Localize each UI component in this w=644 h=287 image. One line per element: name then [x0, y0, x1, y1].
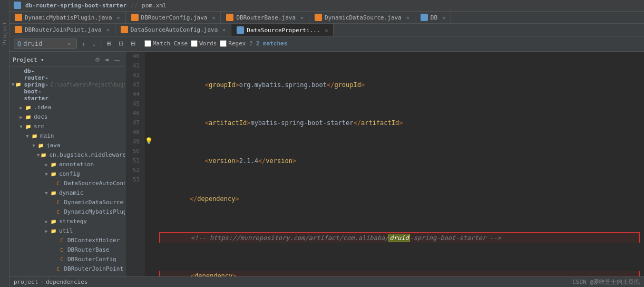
tab-DBRouterJoinPoint[interactable]: DBRouterJoinPoint.java ✕ [9, 24, 115, 36]
filter2-button[interactable]: ⊡ [116, 39, 125, 48]
tab-label: DataSourceAutoConfig.java [131, 26, 218, 33]
tree-item-DataSourceAutoConfig[interactable]: C DataSourceAutoConfig [9, 179, 125, 188]
filter3-button[interactable]: ⊟ [129, 39, 138, 48]
java-icon [121, 26, 128, 33]
tab-label: DB [431, 14, 437, 21]
next-match-button[interactable]: ↓ [91, 40, 98, 48]
java-file-icon: C [54, 180, 62, 187]
java-file-icon: C [58, 237, 65, 244]
tree-item-main[interactable]: ▼ 📁 main [9, 131, 125, 141]
java-file-icon: C [54, 208, 62, 216]
java-file-icon: C [54, 265, 62, 273]
tree-item-DBRouterConfig[interactable]: C DBRouterConfig [9, 255, 125, 264]
sidebar-pin[interactable]: ≑ [103, 56, 111, 64]
separator [101, 40, 101, 48]
folder-icon: 📁 [50, 227, 57, 235]
xml-icon [421, 14, 428, 21]
code-line-45: <dependency> [159, 271, 640, 276]
match-count: 2 matches [256, 40, 288, 47]
tab-label: DynamicDataSource.java [325, 14, 402, 21]
clear-icon[interactable]: ✕ [67, 41, 71, 46]
tab-close[interactable]: ✕ [442, 15, 445, 21]
tree-item-package[interactable]: ▼ 📁 cn.bugstack.middleware.db.router [9, 150, 125, 160]
tab-DynamicMybatisPlugin[interactable]: DynamicMybatisPlugin.java ✕ [9, 12, 126, 24]
code-content: 40 41 42 43 44 45 46 47 48 49 50 51 52 5… [125, 52, 644, 276]
tree-item-DBContextHolder[interactable]: C DBContextHolder [9, 236, 125, 245]
tab-close[interactable]: ✕ [300, 15, 304, 21]
tree-item-DynamicDataSource[interactable]: C DynamicDataSource [9, 198, 125, 207]
tree-root-path: C:\software\Project\bugs... [51, 82, 125, 88]
tab-close[interactable]: ✕ [212, 15, 215, 21]
tab-DataSourceProperties[interactable]: DataSourceProperti... ✕ [231, 24, 334, 36]
project-rail[interactable]: Project [0, 0, 9, 287]
java-file-icon: C [54, 199, 62, 206]
tab-close[interactable]: ✕ [406, 15, 409, 21]
code-editor[interactable]: 40 41 42 43 44 45 46 47 48 49 50 51 52 5… [125, 52, 644, 276]
java-file-icon: C [58, 246, 65, 254]
java-icon [315, 14, 322, 21]
folder-icon: 📁 [40, 151, 47, 159]
sidebar-title: Project ▾ [13, 56, 90, 63]
tree-item-java[interactable]: ▼ 📁 java [9, 141, 125, 150]
tab-bar-row1: DynamicMybatisPlugin.java ✕ DBRouterConf… [9, 12, 644, 24]
rail-label: Project [2, 21, 7, 45]
window-title: db-router-spring-boot-starter [25, 2, 126, 9]
sidebar-controls: ⚙ ≑ — [93, 56, 122, 64]
match-case-label[interactable]: Match Case [144, 40, 188, 47]
code-line-41: <artifactId>mybatis-spring-boot-starter<… [159, 118, 640, 128]
folder-icon: 📁 [50, 170, 57, 178]
tree-item-DBRouterBase[interactable]: C DBRouterBase [9, 245, 125, 255]
breadcrumb-project: project [14, 279, 38, 285]
tab-label: DataSourceProperti... [247, 27, 320, 34]
code-line-40: <groupId>org.mybatis.spring.boot</groupI… [159, 80, 640, 90]
regex-checkbox[interactable] [220, 40, 227, 47]
tab-DBRouterBase[interactable]: DBRouterBase.java ✕ [221, 12, 309, 24]
tab-DBRouterConfig[interactable]: DBRouterConfig.java ✕ [126, 12, 221, 24]
java-file-icon: C [58, 256, 65, 263]
tab-bar-row2: DBRouterJoinPoint.java ✕ DataSourceAutoC… [9, 24, 644, 36]
tree-item-util[interactable]: ▶ 📁 util [9, 226, 125, 236]
window-title-bar: db-router-spring-boot-starter // pom.xml [9, 0, 644, 12]
tree-item-docs[interactable]: ▶ 📁 docs [9, 112, 125, 122]
sidebar-close[interactable]: — [113, 56, 122, 64]
filter-button[interactable]: ⊞ [104, 39, 113, 48]
tab-DynamicDataSource[interactable]: DynamicDataSource.java ✕ [309, 12, 415, 24]
regex-label[interactable]: Regex [220, 40, 246, 47]
java-icon [15, 14, 22, 21]
tree-item-config[interactable]: ▼ 📁 config [9, 169, 125, 179]
tab-DB[interactable]: DB ✕ [415, 12, 451, 24]
match-case-checkbox[interactable] [144, 40, 151, 47]
tree-root[interactable]: ▼ 📁 db-router-spring-boot-starter C:\sof… [9, 66, 125, 103]
tree-item-idea[interactable]: ▶ 📁 .idea [9, 103, 125, 112]
java-icon [15, 26, 22, 33]
tree-item-DynamicMybatisPlugin[interactable]: C DynamicMybatisPlugin [9, 207, 125, 217]
gutter-bulb-icon[interactable]: 💡 [144, 137, 153, 147]
watermark: CSDN @爱吃芝士的土豆倪 [572, 278, 640, 286]
prev-match-button[interactable]: ↑ [80, 40, 87, 48]
status-bar: project › dependencies CSDN @爱吃芝士的土豆倪 [9, 276, 644, 287]
tab-close[interactable]: ✕ [117, 15, 120, 21]
folder-icon: 📁 [31, 132, 38, 140]
search-input[interactable] [23, 40, 65, 47]
code-line-43: </dependency> [159, 194, 640, 204]
java-icon [131, 14, 139, 21]
sidebar-settings[interactable]: ⚙ [93, 56, 102, 64]
window-subtitle: pom.xml [142, 2, 166, 9]
words-checkbox[interactable] [191, 40, 198, 47]
words-label[interactable]: Words [191, 40, 217, 47]
tab-close[interactable]: ✕ [325, 27, 328, 33]
tree-item-strategy[interactable]: ▶ 📁 strategy [9, 217, 125, 226]
search-input-wrapper[interactable]: Q ✕ [14, 39, 77, 49]
tree-item-dynamic[interactable]: ▼ 📁 dynamic [9, 188, 125, 198]
code-line-44: <!-- https://mvnrepository.com/artifact/… [159, 232, 640, 243]
tree-item-annotation[interactable]: ▶ 📁 annotation [9, 160, 125, 169]
breadcrumb-dependencies: dependencies [46, 279, 87, 285]
folder-icon: 📁 [50, 218, 57, 225]
tab-close[interactable]: ✕ [106, 27, 110, 33]
tree-item-DBRouterJoinPoint[interactable]: C DBRouterJoinPoint [9, 264, 125, 274]
tab-DataSourceAutoConfig[interactable]: DataSourceAutoConfig.java ✕ [115, 24, 232, 36]
question-icon[interactable]: ? [249, 40, 252, 47]
sidebar: Project ▾ ⚙ ≑ — ▼ 📁 db-router-spring-boo… [9, 52, 125, 276]
tree-item-src[interactable]: ▼ 📁 src [9, 122, 125, 131]
tab-close[interactable]: ✕ [222, 27, 226, 33]
